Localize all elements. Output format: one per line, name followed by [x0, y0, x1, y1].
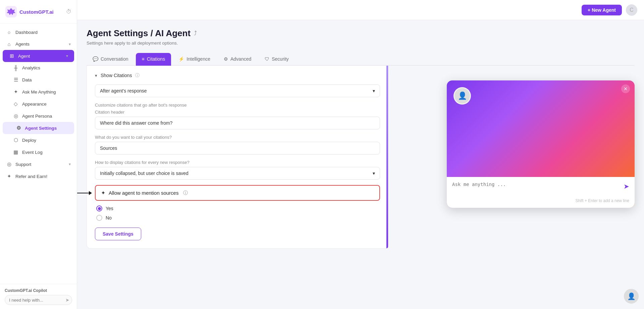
- persona-icon: ◎: [13, 113, 19, 119]
- position-dropdown-chevron: ▾: [373, 88, 375, 94]
- sidebar-item-support[interactable]: ◎ Support ▾: [0, 158, 77, 170]
- chevron-down-icon-agent: ▾: [66, 54, 68, 58]
- sidebar-item-agent-persona[interactable]: ◎ Agent Persona: [0, 110, 77, 122]
- conversation-tab-icon: 💬: [93, 56, 98, 62]
- radio-no-label: No: [106, 215, 112, 221]
- sidebar-nav: ○ Dashboard ⌂ Agents ▾ ⊞ Agent ▾ ╫ Analy…: [0, 24, 77, 284]
- arrow-annotation: [77, 191, 92, 195]
- settings-panel: ▾ Show Citations ⓘ After agent's respons…: [87, 66, 388, 249]
- save-settings-button[interactable]: Save Settings: [95, 228, 141, 240]
- citations-name-label: What do you want to call your citations?: [95, 135, 380, 140]
- analytics-icon: ╫: [13, 65, 19, 71]
- show-citations-row: ▾ Show Citations ⓘ: [95, 72, 380, 78]
- preview-close-button[interactable]: ×: [621, 84, 630, 93]
- allow-sources-container: ✦ Allow agent to mention sources ⓘ: [95, 185, 380, 201]
- data-icon: ☰: [13, 77, 19, 83]
- user-avatar-top[interactable]: C: [626, 4, 637, 16]
- tab-citations-label: Citations: [147, 56, 165, 62]
- sidebar-label-appearance: Appearance: [22, 102, 47, 107]
- share-icon[interactable]: ⤴: [194, 30, 197, 37]
- logo-text: CustomGPT.ai: [19, 9, 54, 15]
- radio-yes[interactable]: Yes: [96, 205, 380, 211]
- allow-sources-info-icon[interactable]: ⓘ: [183, 190, 188, 196]
- sidebar-label-support: Support: [15, 162, 31, 167]
- logo-area: CustomGPT.ai ⏱: [0, 0, 77, 24]
- tabs-row: 💬 Conversation ≡ Citations ⚡ Intelligenc…: [87, 53, 635, 66]
- sidebar-item-data[interactable]: ☰ Data: [0, 74, 77, 86]
- sidebar-item-deploy[interactable]: ⬡ Deploy: [0, 134, 77, 146]
- preview-hint: Shift + Enter to add a new line: [452, 198, 629, 203]
- copilot-label: CustomGPT.ai Copilot: [5, 288, 72, 293]
- top-bar: + New Agent C: [77, 0, 644, 20]
- refer-icon: ✦: [6, 173, 12, 179]
- allow-sources-row[interactable]: ✦ Allow agent to mention sources ⓘ: [95, 185, 380, 201]
- chevron-support: ▾: [69, 162, 71, 167]
- radio-yes-label: Yes: [106, 206, 113, 211]
- sidebar-item-dashboard[interactable]: ○ Dashboard: [0, 26, 77, 38]
- preview-chat-input[interactable]: [452, 182, 620, 195]
- display-dropdown[interactable]: Initially collapsed, but user choice is …: [95, 167, 380, 180]
- page-title: Agent Settings / AI Agent: [87, 28, 191, 39]
- position-dropdown-value: After agent's response: [100, 88, 147, 94]
- page-body: Agent Settings / AI Agent ⤴ Settings her…: [77, 20, 644, 309]
- radio-no-circle: [96, 215, 102, 221]
- citation-header-input[interactable]: [95, 117, 380, 129]
- save-settings-label: Save Settings: [103, 231, 133, 237]
- show-citations-chevron[interactable]: ▾: [95, 73, 97, 78]
- sidebar-item-appearance[interactable]: ◇ Appearance: [0, 98, 77, 110]
- sidebar-label-agent: Agent: [18, 54, 30, 59]
- sidebar-label-agents: Agents: [15, 42, 30, 47]
- tab-conversation[interactable]: 💬 Conversation: [87, 53, 135, 66]
- sidebar-item-agent-settings[interactable]: ⚙ Agent Settings: [3, 122, 74, 134]
- agent-icon: ⊞: [9, 53, 15, 59]
- sidebar-item-ask-me-anything[interactable]: ✦ Ask Me Anything: [0, 86, 77, 98]
- agents-icon: ⌂: [6, 41, 12, 47]
- show-citations-info-icon[interactable]: ⓘ: [135, 72, 140, 78]
- tab-intelligence[interactable]: ⚡ Intelligence: [172, 53, 216, 66]
- new-agent-button[interactable]: + New Agent: [582, 5, 622, 15]
- tab-security-label: Security: [272, 56, 289, 62]
- preview-send-icon[interactable]: ➤: [624, 182, 629, 190]
- preview-avatar: 👤: [453, 87, 471, 105]
- event-log-icon: ▦: [13, 149, 19, 155]
- radio-group: Yes No: [95, 205, 380, 221]
- dashboard-icon: ○: [6, 29, 12, 35]
- sidebar-item-agents[interactable]: ⌂ Agents ▾: [0, 38, 77, 50]
- advanced-tab-icon: ⚙: [224, 56, 228, 62]
- sidebar-label-dashboard: Dashboard: [15, 30, 38, 35]
- display-dropdown-value: Initially collapsed, but user choice is …: [100, 171, 189, 176]
- right-divider: [386, 66, 388, 248]
- sidebar-item-event-log[interactable]: ▦ Event Log: [0, 146, 77, 158]
- clock-icon[interactable]: ⏱: [66, 9, 71, 15]
- tab-security[interactable]: 🛡 Security: [259, 53, 295, 66]
- display-label: How to display citations for every new r…: [95, 160, 380, 165]
- bottom-right-avatar[interactable]: 👤: [624, 289, 639, 304]
- position-dropdown[interactable]: After agent's response ▾: [95, 84, 380, 97]
- radio-yes-dot: [98, 207, 101, 210]
- customize-label: Customize citations that go after bot's …: [95, 103, 380, 108]
- preview-panel: × 👤 ➤ Shift + Enter to add a new line: [447, 80, 635, 208]
- tab-advanced[interactable]: ⚙ Advanced: [218, 53, 257, 66]
- new-agent-label: + New Agent: [588, 7, 616, 13]
- sidebar-item-analytics[interactable]: ╫ Analytics: [0, 62, 77, 74]
- copilot-input[interactable]: [9, 298, 65, 303]
- citations-tab-icon: ≡: [142, 56, 145, 62]
- copilot-send-icon[interactable]: ➤: [65, 297, 69, 303]
- show-citations-label: Show Citations: [101, 73, 132, 78]
- sidebar-label-event-log: Event Log: [22, 150, 43, 155]
- copilot-section: CustomGPT.ai Copilot ➤: [0, 284, 77, 309]
- page-title-row: Agent Settings / AI Agent ⤴: [87, 28, 635, 39]
- main-content: + New Agent C Agent Settings / AI Agent …: [77, 0, 644, 309]
- radio-no[interactable]: No: [96, 215, 380, 221]
- copilot-input-wrap: ➤: [5, 295, 72, 305]
- sidebar-label-data: Data: [22, 77, 32, 82]
- sidebar-item-agent[interactable]: ⊞ Agent ▾: [3, 50, 74, 62]
- preview-chat-area: ➤ Shift + Enter to add a new line: [447, 177, 635, 208]
- tab-intelligence-label: Intelligence: [186, 56, 210, 62]
- tab-advanced-label: Advanced: [230, 56, 251, 62]
- tab-citations[interactable]: ≡ Citations: [136, 53, 171, 66]
- svg-point-1: [10, 10, 12, 13]
- sidebar-label-persona: Agent Persona: [22, 114, 52, 119]
- sidebar-item-refer-earn[interactable]: ✦ Refer and Earn!: [0, 170, 77, 182]
- citations-name-input[interactable]: [95, 142, 380, 154]
